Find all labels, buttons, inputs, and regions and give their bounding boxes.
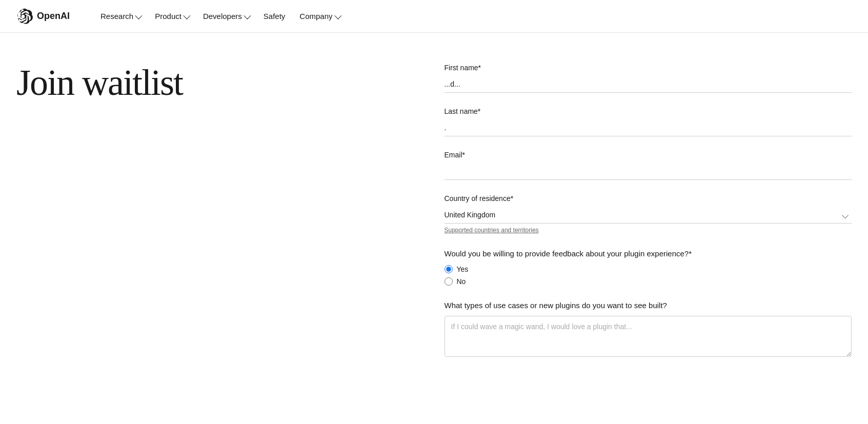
chevron-down-icon (135, 12, 143, 19)
nav-item-research[interactable]: Research (94, 8, 147, 25)
first-name-group: First name* (445, 64, 852, 93)
logo[interactable]: OpenAI (16, 8, 70, 25)
radio-no-label[interactable]: No (445, 277, 852, 286)
radio-yes-label[interactable]: Yes (445, 265, 852, 273)
country-group: Country of residence* United Kingdom Uni… (445, 194, 852, 234)
plugin-textarea[interactable] (445, 316, 852, 357)
country-label: Country of residence* (445, 194, 852, 203)
nav-item-company[interactable]: Company (293, 8, 346, 25)
main-content: Join waitlist First name* Last name* Ema… (0, 33, 868, 403)
chevron-down-icon (244, 12, 251, 19)
email-input[interactable] (445, 163, 852, 180)
first-name-input[interactable] (445, 76, 852, 93)
nav-menu: Research Product Developers Safety Compa… (94, 8, 346, 25)
left-section: Join waitlist (16, 64, 434, 373)
radio-yes-input[interactable] (445, 265, 453, 273)
email-group: Email* (445, 151, 852, 180)
nav-item-developers[interactable]: Developers (197, 8, 255, 25)
supported-countries-link[interactable]: Supported countries and territories (445, 227, 539, 234)
radio-no-input[interactable] (445, 277, 453, 286)
email-label: Email* (445, 151, 852, 159)
right-section: First name* Last name* Email* Country of… (434, 64, 852, 373)
country-select[interactable]: United Kingdom United States Canada Aust… (445, 207, 852, 224)
navbar: OpenAI Research Product Developers Safet… (0, 0, 868, 33)
openai-logo-icon (16, 8, 33, 25)
last-name-label: Last name* (445, 107, 852, 115)
chevron-down-icon (334, 12, 341, 19)
first-name-label: First name* (445, 64, 852, 72)
radio-no-text: No (457, 277, 466, 286)
plugin-question-text: What types of use cases or new plugins d… (445, 300, 852, 311)
last-name-input[interactable] (445, 119, 852, 136)
nav-item-safety[interactable]: Safety (257, 8, 292, 25)
country-select-wrapper: United Kingdom United States Canada Aust… (445, 207, 852, 224)
page-title: Join waitlist (16, 64, 414, 103)
plugin-group: What types of use cases or new plugins d… (445, 300, 852, 358)
feedback-radio-group: Yes No (445, 265, 852, 286)
chevron-down-icon (183, 12, 190, 19)
logo-text: OpenAI (37, 11, 70, 22)
radio-yes-text: Yes (457, 265, 469, 273)
last-name-group: Last name* (445, 107, 852, 136)
feedback-question-text: Would you be willing to provide feedback… (445, 248, 852, 259)
feedback-group: Would you be willing to provide feedback… (445, 248, 852, 286)
nav-item-product[interactable]: Product (149, 8, 195, 25)
